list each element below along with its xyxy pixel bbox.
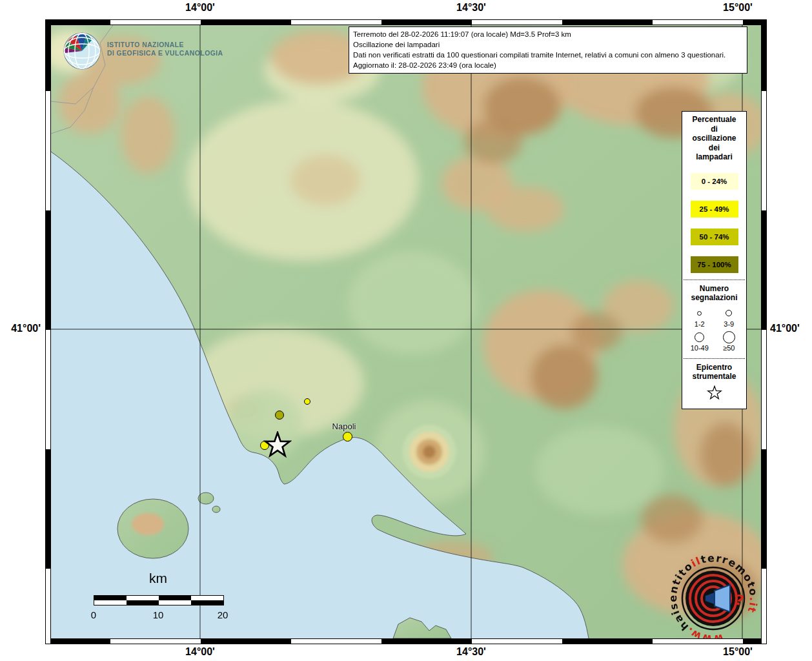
legend-title: Percentuale di oscillazione dei lampadar…: [682, 112, 746, 162]
event-info-line2: Oscillazione dei lampadari: [353, 39, 743, 50]
legend-divider: [684, 280, 745, 280]
scalebar-unit: km: [94, 571, 223, 586]
event-info-line3: Dati non verificati estratti da 100 ques…: [353, 50, 743, 60]
legend-swatch-75-100: 75 - 100%: [691, 256, 738, 273]
axis-label-bottom-15-00: 15°00': [723, 646, 753, 658]
axis-label-bottom-14-30: 14°30': [456, 646, 486, 658]
event-info-box: Terremoto del 28-02-2026 11:19:07 (ora l…: [349, 26, 747, 74]
scalebar-tick-20: 20: [218, 609, 228, 620]
map-legend: Percentuale di oscillazione dei lampadar…: [682, 111, 747, 409]
signal-label: ≥50: [723, 344, 735, 352]
signal-circle-1-2: [697, 311, 702, 316]
report-dot: [343, 432, 352, 442]
epicenter-star-icon: [707, 385, 722, 401]
signal-circle-3-9: [726, 310, 732, 316]
map-canvas: [51, 25, 761, 638]
axis-label-top-14-00: 14°00': [185, 2, 215, 14]
signal-size-item: ≥50: [715, 330, 744, 352]
city-label-napoli: Napoli: [332, 422, 356, 431]
ingv-wordmark: ISTITUTO NAZIONALE DI GEOFISICA E VULCAN…: [107, 41, 223, 57]
report-dot: [275, 411, 284, 420]
signal-size-legend: 1-2 3-9 10-49 ≥50: [682, 307, 746, 352]
signal-label: 3-9: [724, 320, 734, 328]
scalebar: [94, 595, 224, 605]
ingv-logo: [62, 31, 102, 71]
signal-size-item: 1-2: [685, 307, 715, 328]
signal-size-item: 3-9: [715, 307, 744, 328]
ingv-wordmark-line1: ISTITUTO NAZIONALE: [107, 41, 223, 49]
epicenter-star: [263, 431, 292, 460]
map-frame-left: [45, 19, 51, 644]
island-ischia: [117, 499, 188, 558]
axis-label-bottom-14-00: 14°00': [185, 646, 215, 658]
axis-label-right-41-00: 41°00': [770, 323, 812, 334]
axis-label-top-14-30: 14°30': [456, 2, 486, 14]
legend-swatch-50-74: 50 - 74%: [691, 229, 738, 245]
report-dot: [304, 398, 310, 405]
map-frame-bottom: [45, 638, 767, 644]
signal-label: 1-2: [695, 320, 705, 328]
felt-report-map-page: 14°00' 14°30' 15°00' 14°00' 14°30' 15°00…: [0, 0, 812, 661]
map-frame-top: [45, 19, 767, 25]
legend-swatch-25-49: 25 - 49%: [691, 201, 738, 218]
legend-divider: [684, 358, 745, 359]
signal-size-item: 10-49: [685, 330, 715, 352]
island-vivara: [212, 506, 220, 513]
axis-label-left-41-00: 41°00': [0, 323, 41, 334]
terrain-basemap: [51, 25, 761, 638]
event-info-line4: Aggiornato il: 28-02-2026 23:49 (ora loc…: [353, 60, 743, 70]
legend-swatch-0-24: 0 - 24%: [691, 173, 738, 190]
axis-label-top-15-00: 15°00': [723, 2, 753, 14]
scalebar-tick-10: 10: [153, 609, 164, 620]
signal-label: 10-49: [691, 344, 709, 352]
signal-circle-50plus: [723, 331, 735, 343]
map-frame-right: [761, 19, 767, 644]
event-info-line1: Terremoto del 28-02-2026 11:19:07 (ora l…: [353, 29, 743, 39]
vesuvius-volcano: [402, 425, 456, 479]
ingv-wordmark-line2: DI GEOFISICA E VULCANOLOGIA: [107, 49, 223, 57]
haisentitoilterremoto-logo: ? www.haisentitoilterremoto.it: [668, 553, 758, 644]
signal-circle-10-49: [695, 332, 704, 342]
scalebar-tick-0: 0: [91, 609, 96, 620]
island-procida: [198, 493, 214, 504]
legend-epicenter-title: Epicentro strumentale: [682, 363, 746, 381]
legend-signals-title: Numero segnalazioni: [682, 284, 746, 303]
